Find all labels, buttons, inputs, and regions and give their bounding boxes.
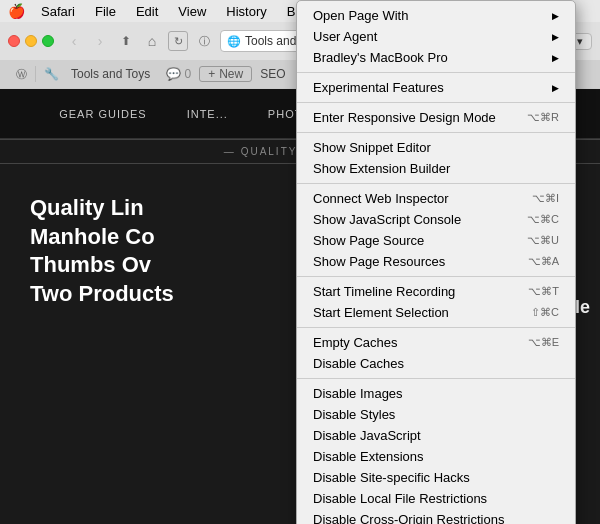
menu-show-snippet-editor[interactable]: Show Snippet Editor — [297, 137, 575, 158]
info-button[interactable]: ⓘ — [194, 31, 214, 51]
sep-4 — [297, 183, 575, 184]
responsive-design-mode-shortcut: ⌥⌘R — [527, 111, 559, 124]
start-element-selection-label: Start Element Selection — [313, 305, 449, 320]
empty-caches-label: Empty Caches — [313, 335, 398, 350]
experimental-features-label: Experimental Features — [313, 80, 444, 95]
disable-site-specific-hacks-label: Disable Site-specific Hacks — [313, 470, 470, 485]
wp-logo: Ⓦ — [8, 67, 35, 82]
seo-button[interactable]: SEO — [252, 67, 293, 81]
minimize-button[interactable] — [25, 35, 37, 47]
nav-gear-guides[interactable]: GEAR GUIDES — [59, 108, 146, 120]
plus-icon: + — [208, 67, 215, 81]
menu-connect-web-inspector[interactable]: Connect Web Inspector ⌥⌘I — [297, 188, 575, 209]
forward-button[interactable]: › — [90, 31, 110, 51]
menu-user-agent[interactable]: User Agent — [297, 26, 575, 47]
close-button[interactable] — [8, 35, 20, 47]
show-page-resources-shortcut: ⌥⌘A — [528, 255, 559, 268]
wp-icon: Ⓦ — [16, 67, 27, 82]
menu-disable-images[interactable]: Disable Images — [297, 383, 575, 404]
menu-disable-site-specific-hacks[interactable]: Disable Site-specific Hacks — [297, 467, 575, 488]
menu-view[interactable]: View — [174, 4, 210, 19]
disable-extensions-label: Disable Extensions — [313, 449, 424, 464]
rotate-button[interactable]: ↻ — [168, 31, 188, 51]
menu-disable-styles[interactable]: Disable Styles — [297, 404, 575, 425]
sep-2 — [297, 102, 575, 103]
disable-local-file-restrictions-label: Disable Local File Restrictions — [313, 491, 487, 506]
show-js-console-label: Show JavaScript Console — [313, 212, 461, 227]
disable-images-label: Disable Images — [313, 386, 403, 401]
disable-javascript-label: Disable JavaScript — [313, 428, 421, 443]
menu-edit[interactable]: Edit — [132, 4, 162, 19]
sep-6 — [297, 327, 575, 328]
disable-styles-label: Disable Styles — [313, 407, 395, 422]
responsive-design-mode-label: Enter Responsive Design Mode — [313, 110, 496, 125]
develop-dropdown-menu: Open Page With User Agent Bradley's MacB… — [296, 0, 576, 524]
sep-5 — [297, 276, 575, 277]
menu-disable-extensions[interactable]: Disable Extensions — [297, 446, 575, 467]
start-timeline-recording-shortcut: ⌥⌘T — [528, 285, 559, 298]
connect-web-inspector-label: Connect Web Inspector — [313, 191, 449, 206]
menu-empty-caches[interactable]: Empty Caches ⌥⌘E — [297, 332, 575, 353]
chevron-down-icon: ▾ — [577, 35, 583, 48]
sep-3 — [297, 132, 575, 133]
empty-caches-shortcut: ⌥⌘E — [528, 336, 559, 349]
apple-menu[interactable]: 🍎 — [8, 3, 25, 19]
menu-show-page-source[interactable]: Show Page Source ⌥⌘U — [297, 230, 575, 251]
menu-show-js-console[interactable]: Show JavaScript Console ⌥⌘C — [297, 209, 575, 230]
tools-and-toys-icon: 🔧 — [36, 67, 67, 81]
connect-web-inspector-shortcut: ⌥⌘I — [532, 192, 559, 205]
macbook-pro-label: Bradley's MacBook Pro — [313, 50, 448, 65]
wordpress-icon: 🌐 — [227, 35, 241, 48]
menu-show-page-resources[interactable]: Show Page Resources ⌥⌘A — [297, 251, 575, 272]
sep-1 — [297, 72, 575, 73]
nav-inte[interactable]: INTE... — [187, 108, 228, 120]
menu-show-extension-builder[interactable]: Show Extension Builder — [297, 158, 575, 179]
menu-experimental-features[interactable]: Experimental Features — [297, 77, 575, 98]
menu-file[interactable]: File — [91, 4, 120, 19]
menu-responsive-design-mode[interactable]: Enter Responsive Design Mode ⌥⌘R — [297, 107, 575, 128]
show-page-source-shortcut: ⌥⌘U — [527, 234, 559, 247]
show-extension-builder-label: Show Extension Builder — [313, 161, 450, 176]
maximize-button[interactable] — [42, 35, 54, 47]
menu-disable-caches[interactable]: Disable Caches — [297, 353, 575, 374]
comments-icon: 💬 0 — [158, 67, 199, 81]
sep-7 — [297, 378, 575, 379]
menu-safari[interactable]: Safari — [37, 4, 79, 19]
open-page-with-label: Open Page With — [313, 8, 408, 23]
traffic-lights — [8, 35, 54, 47]
tab-tools-and-toys[interactable]: Tools and Toys — [67, 67, 154, 81]
share-button[interactable]: ⬆ — [116, 31, 136, 51]
start-element-selection-shortcut: ⇧⌘C — [531, 306, 559, 319]
menu-open-page-with[interactable]: Open Page With — [297, 5, 575, 26]
menu-disable-cross-origin-restrictions[interactable]: Disable Cross-Origin Restrictions — [297, 509, 575, 524]
menu-start-element-selection[interactable]: Start Element Selection ⇧⌘C — [297, 302, 575, 323]
disable-caches-label: Disable Caches — [313, 356, 404, 371]
menu-macbook-pro[interactable]: Bradley's MacBook Pro — [297, 47, 575, 68]
user-agent-label: User Agent — [313, 29, 377, 44]
disable-cross-origin-restrictions-label: Disable Cross-Origin Restrictions — [313, 512, 504, 524]
menu-start-timeline-recording[interactable]: Start Timeline Recording ⌥⌘T — [297, 281, 575, 302]
menu-history[interactable]: History — [222, 4, 270, 19]
back-button[interactable]: ‹ — [64, 31, 84, 51]
menu-disable-local-file-restrictions[interactable]: Disable Local File Restrictions — [297, 488, 575, 509]
home-button[interactable]: ⌂ — [142, 31, 162, 51]
show-page-resources-label: Show Page Resources — [313, 254, 445, 269]
new-label: New — [219, 67, 243, 81]
show-page-source-label: Show Page Source — [313, 233, 424, 248]
show-js-console-shortcut: ⌥⌘C — [527, 213, 559, 226]
menu-disable-javascript[interactable]: Disable JavaScript — [297, 425, 575, 446]
show-snippet-editor-label: Show Snippet Editor — [313, 140, 431, 155]
new-button[interactable]: + New — [199, 66, 252, 82]
start-timeline-recording-label: Start Timeline Recording — [313, 284, 455, 299]
